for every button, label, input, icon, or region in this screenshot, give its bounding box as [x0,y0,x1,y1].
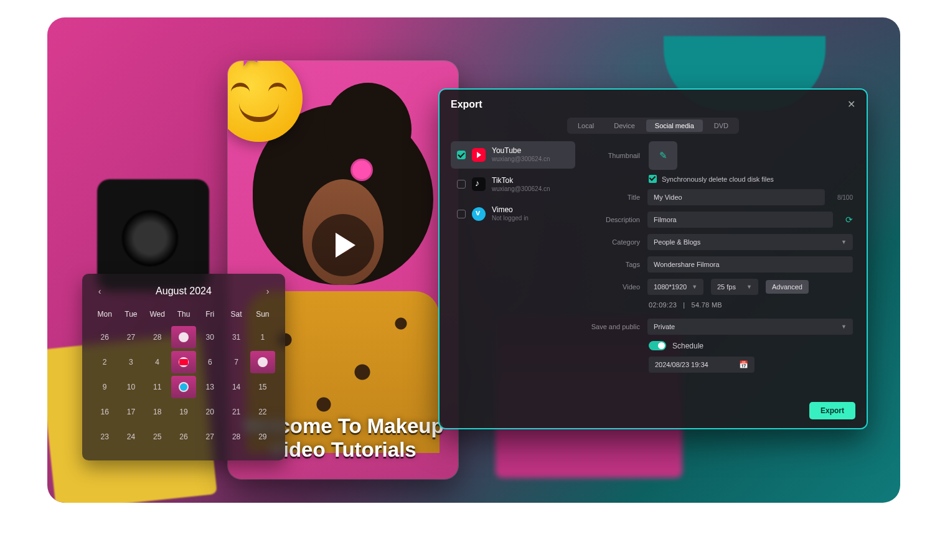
tags-label: Tags [586,261,640,268]
description-input[interactable] [647,212,833,228]
privacy-select[interactable]: Private ▼ [647,319,853,335]
calendar-day[interactable]: 15 [250,376,275,398]
calendar-day[interactable]: 24 [118,426,143,448]
calendar-day[interactable]: 4 [145,351,170,373]
tab-social-media[interactable]: Social media [646,119,703,132]
platform-name: Vimeo [492,205,529,215]
calendar-day[interactable]: 28 [145,326,170,348]
chevron-down-icon: ▼ [746,284,752,290]
calendar-day[interactable]: 23 [92,426,117,448]
thumbnail-label: Thumbnail [586,152,640,159]
calendar-day-scheduled[interactable] [171,376,196,398]
play-button[interactable] [312,214,374,276]
calendar-day[interactable]: 30 [197,326,222,348]
platform-account: wuxiang@300624.cn [492,185,550,194]
calendar-day[interactable]: 27 [197,426,222,448]
export-tabs: LocalDeviceSocial mediaDVD [567,118,739,134]
calendar-day[interactable]: 14 [223,376,248,398]
sync-delete-checkbox[interactable] [649,175,657,183]
platform-checkbox[interactable] [457,151,466,159]
calendar-dow: Sat [223,307,248,324]
fps-value: 25 fps [717,283,736,291]
platform-account: Not logged in [492,215,529,223]
calendar-day[interactable]: 26 [171,426,196,448]
calendar-day[interactable]: 16 [92,401,117,423]
tab-device[interactable]: Device [605,119,644,132]
calendar-day[interactable]: 18 [145,401,170,423]
category-value: People & Blogs [654,238,700,246]
calendar-day[interactable]: 9 [92,376,117,398]
sync-delete-label: Synchronously delete cloud disk files [662,175,774,183]
chevron-down-icon: ▼ [841,324,847,330]
calendar-dow: Wed [145,307,170,324]
title-input[interactable] [647,189,825,205]
calendar-day[interactable]: 1 [250,326,275,348]
tab-dvd[interactable]: DVD [705,119,737,132]
schedule-calendar: ‹ August 2024 › MonTueWedThuFriSatSun262… [82,274,285,460]
calendar-prev[interactable]: ‹ [92,284,107,299]
schedule-datetime-input[interactable]: 2024/08/23 19:34 📅 [649,357,755,373]
platform-checkbox[interactable] [457,210,466,218]
calendar-day[interactable]: 31 [223,326,248,348]
resolution-select[interactable]: 1080*1920 ▼ [647,279,703,295]
calendar-day[interactable]: 10 [118,376,143,398]
platform-youtube[interactable]: YouTubewuxiang@300624.cn [451,141,575,169]
platform-account: wuxiang@300624.cn [492,156,550,164]
save-public-label: Save and public [586,323,640,330]
platform-vimeo[interactable]: VimeoNot logged in [451,200,575,228]
tiktok-icon [472,177,486,191]
chevron-down-icon: ▼ [841,239,847,245]
calendar-day[interactable]: 2 [92,351,117,373]
category-label: Category [586,238,640,246]
platform-tiktok[interactable]: TikTokwuxiang@300624.cn [451,171,575,198]
category-select[interactable]: People & Blogs ▼ [647,234,853,250]
calendar-dow: Tue [118,307,143,324]
calendar-month-label: August 2024 [156,286,212,297]
calendar-day-scheduled[interactable] [171,351,196,373]
youtube-icon [472,148,486,162]
promo-canvas: ★★ ✕ Welcome To Makeup Video Tutorials ‹… [47,17,900,503]
calendar-day[interactable]: 29 [250,426,275,448]
video-info-line: 02:09:23 | 54.78 MB [649,301,853,309]
calendar-day[interactable]: 7 [223,351,248,373]
chevron-down-icon: ▼ [692,284,697,290]
schedule-value: 2024/08/23 19:34 [655,361,708,368]
calendar-day-scheduled[interactable] [250,351,275,373]
calendar-day[interactable]: 20 [197,401,222,423]
calendar-day[interactable]: 27 [118,326,143,348]
title-label: Title [586,194,640,201]
schedule-label: Schedule [672,342,703,350]
calendar-dow: Sun [250,307,275,324]
calendar-day-scheduled[interactable] [171,326,196,348]
export-dialog: Export ✕ LocalDeviceSocial mediaDVD YouT… [440,90,867,428]
export-dialog-title: Export [451,99,482,110]
duration-value: 02:09:23 [649,301,677,309]
tags-input[interactable] [647,256,853,273]
advanced-button[interactable]: Advanced [766,280,809,294]
thumbnail-edit-button[interactable]: ✎ [649,141,677,170]
calendar-day[interactable]: 19 [171,401,196,423]
schedule-toggle[interactable] [649,341,666,350]
description-label: Description [586,216,640,223]
title-counter: 8/100 [837,194,853,201]
close-icon[interactable]: ✕ [847,98,855,110]
fps-select[interactable]: 25 fps ▼ [711,279,758,295]
calendar-day[interactable]: 13 [197,376,222,398]
calendar-next[interactable]: › [260,284,275,299]
platform-checkbox[interactable] [457,180,466,189]
calendar-day[interactable]: 21 [223,401,248,423]
platform-name: YouTube [492,146,550,156]
calendar-day[interactable]: 22 [250,401,275,423]
calendar-day[interactable]: 26 [92,326,117,348]
calendar-day[interactable]: 6 [197,351,222,373]
tab-local[interactable]: Local [569,119,603,132]
export-button[interactable]: Export [809,402,855,419]
filesize-value: 54.78 MB [692,301,722,309]
platform-list: YouTubewuxiang@300624.cnTikTokwuxiang@30… [451,141,575,387]
calendar-day[interactable]: 17 [118,401,143,423]
calendar-day[interactable]: 28 [223,426,248,448]
calendar-day[interactable]: 25 [145,426,170,448]
calendar-day[interactable]: 11 [145,376,170,398]
ai-icon[interactable]: ⟳ [845,215,853,225]
calendar-day[interactable]: 3 [118,351,143,373]
